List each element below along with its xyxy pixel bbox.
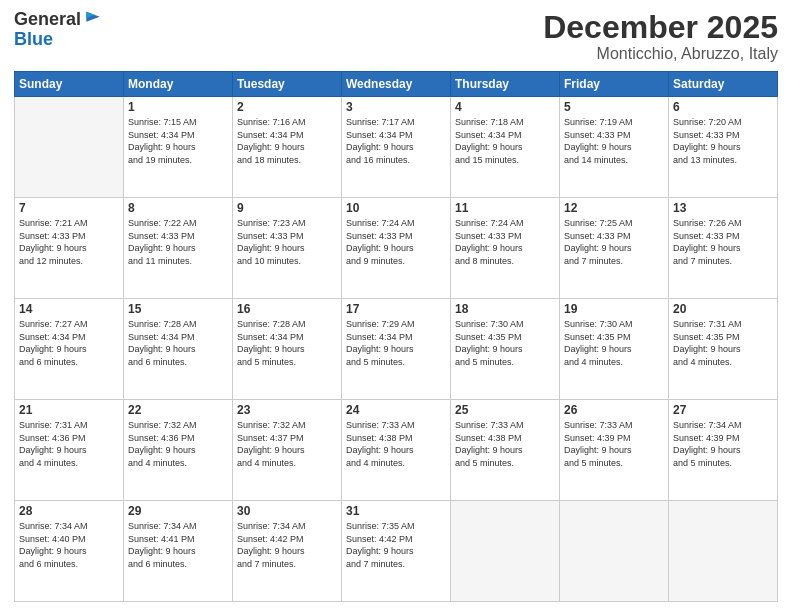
calendar-cell: 4Sunrise: 7:18 AM Sunset: 4:34 PM Daylig… bbox=[451, 97, 560, 198]
header-friday: Friday bbox=[560, 72, 669, 97]
day-number: 4 bbox=[455, 100, 555, 114]
calendar-cell: 20Sunrise: 7:31 AM Sunset: 4:35 PM Dayli… bbox=[669, 299, 778, 400]
logo-general-text: General bbox=[14, 10, 81, 30]
calendar-cell bbox=[451, 501, 560, 602]
logo: General Blue bbox=[14, 10, 103, 50]
day-info: Sunrise: 7:35 AM Sunset: 4:42 PM Dayligh… bbox=[346, 520, 446, 570]
calendar-cell: 16Sunrise: 7:28 AM Sunset: 4:34 PM Dayli… bbox=[233, 299, 342, 400]
calendar-cell bbox=[669, 501, 778, 602]
day-number: 30 bbox=[237, 504, 337, 518]
day-info: Sunrise: 7:32 AM Sunset: 4:37 PM Dayligh… bbox=[237, 419, 337, 469]
calendar-cell: 11Sunrise: 7:24 AM Sunset: 4:33 PM Dayli… bbox=[451, 198, 560, 299]
location-title: Monticchio, Abruzzo, Italy bbox=[543, 45, 778, 63]
calendar-cell: 13Sunrise: 7:26 AM Sunset: 4:33 PM Dayli… bbox=[669, 198, 778, 299]
day-number: 15 bbox=[128, 302, 228, 316]
calendar-cell: 31Sunrise: 7:35 AM Sunset: 4:42 PM Dayli… bbox=[342, 501, 451, 602]
day-number: 13 bbox=[673, 201, 773, 215]
calendar-cell: 6Sunrise: 7:20 AM Sunset: 4:33 PM Daylig… bbox=[669, 97, 778, 198]
day-info: Sunrise: 7:26 AM Sunset: 4:33 PM Dayligh… bbox=[673, 217, 773, 267]
calendar-cell: 3Sunrise: 7:17 AM Sunset: 4:34 PM Daylig… bbox=[342, 97, 451, 198]
day-info: Sunrise: 7:22 AM Sunset: 4:33 PM Dayligh… bbox=[128, 217, 228, 267]
week-row-3: 14Sunrise: 7:27 AM Sunset: 4:34 PM Dayli… bbox=[15, 299, 778, 400]
day-info: Sunrise: 7:28 AM Sunset: 4:34 PM Dayligh… bbox=[237, 318, 337, 368]
calendar-cell: 21Sunrise: 7:31 AM Sunset: 4:36 PM Dayli… bbox=[15, 400, 124, 501]
day-number: 18 bbox=[455, 302, 555, 316]
calendar-cell: 27Sunrise: 7:34 AM Sunset: 4:39 PM Dayli… bbox=[669, 400, 778, 501]
calendar-cell: 12Sunrise: 7:25 AM Sunset: 4:33 PM Dayli… bbox=[560, 198, 669, 299]
day-info: Sunrise: 7:24 AM Sunset: 4:33 PM Dayligh… bbox=[346, 217, 446, 267]
day-info: Sunrise: 7:31 AM Sunset: 4:36 PM Dayligh… bbox=[19, 419, 119, 469]
day-info: Sunrise: 7:29 AM Sunset: 4:34 PM Dayligh… bbox=[346, 318, 446, 368]
day-number: 6 bbox=[673, 100, 773, 114]
day-number: 31 bbox=[346, 504, 446, 518]
day-info: Sunrise: 7:25 AM Sunset: 4:33 PM Dayligh… bbox=[564, 217, 664, 267]
calendar-cell: 29Sunrise: 7:34 AM Sunset: 4:41 PM Dayli… bbox=[124, 501, 233, 602]
day-number: 27 bbox=[673, 403, 773, 417]
calendar-cell bbox=[15, 97, 124, 198]
header-thursday: Thursday bbox=[451, 72, 560, 97]
header-tuesday: Tuesday bbox=[233, 72, 342, 97]
calendar-cell: 19Sunrise: 7:30 AM Sunset: 4:35 PM Dayli… bbox=[560, 299, 669, 400]
day-info: Sunrise: 7:18 AM Sunset: 4:34 PM Dayligh… bbox=[455, 116, 555, 166]
day-number: 14 bbox=[19, 302, 119, 316]
calendar-cell: 15Sunrise: 7:28 AM Sunset: 4:34 PM Dayli… bbox=[124, 299, 233, 400]
week-row-2: 7Sunrise: 7:21 AM Sunset: 4:33 PM Daylig… bbox=[15, 198, 778, 299]
calendar-cell: 17Sunrise: 7:29 AM Sunset: 4:34 PM Dayli… bbox=[342, 299, 451, 400]
day-info: Sunrise: 7:31 AM Sunset: 4:35 PM Dayligh… bbox=[673, 318, 773, 368]
day-number: 7 bbox=[19, 201, 119, 215]
day-number: 20 bbox=[673, 302, 773, 316]
logo-flag-icon bbox=[83, 10, 103, 30]
calendar-cell: 9Sunrise: 7:23 AM Sunset: 4:33 PM Daylig… bbox=[233, 198, 342, 299]
day-number: 28 bbox=[19, 504, 119, 518]
day-number: 5 bbox=[564, 100, 664, 114]
day-info: Sunrise: 7:23 AM Sunset: 4:33 PM Dayligh… bbox=[237, 217, 337, 267]
calendar-cell: 2Sunrise: 7:16 AM Sunset: 4:34 PM Daylig… bbox=[233, 97, 342, 198]
calendar-cell: 23Sunrise: 7:32 AM Sunset: 4:37 PM Dayli… bbox=[233, 400, 342, 501]
calendar-cell: 25Sunrise: 7:33 AM Sunset: 4:38 PM Dayli… bbox=[451, 400, 560, 501]
day-number: 2 bbox=[237, 100, 337, 114]
day-info: Sunrise: 7:16 AM Sunset: 4:34 PM Dayligh… bbox=[237, 116, 337, 166]
calendar-table: SundayMondayTuesdayWednesdayThursdayFrid… bbox=[14, 71, 778, 602]
day-info: Sunrise: 7:21 AM Sunset: 4:33 PM Dayligh… bbox=[19, 217, 119, 267]
header-sunday: Sunday bbox=[15, 72, 124, 97]
day-info: Sunrise: 7:33 AM Sunset: 4:38 PM Dayligh… bbox=[346, 419, 446, 469]
day-number: 26 bbox=[564, 403, 664, 417]
day-info: Sunrise: 7:15 AM Sunset: 4:34 PM Dayligh… bbox=[128, 116, 228, 166]
title-section: December 2025 Monticchio, Abruzzo, Italy bbox=[543, 10, 778, 63]
day-info: Sunrise: 7:19 AM Sunset: 4:33 PM Dayligh… bbox=[564, 116, 664, 166]
day-info: Sunrise: 7:34 AM Sunset: 4:42 PM Dayligh… bbox=[237, 520, 337, 570]
calendar-cell: 14Sunrise: 7:27 AM Sunset: 4:34 PM Dayli… bbox=[15, 299, 124, 400]
day-info: Sunrise: 7:33 AM Sunset: 4:38 PM Dayligh… bbox=[455, 419, 555, 469]
calendar-cell: 5Sunrise: 7:19 AM Sunset: 4:33 PM Daylig… bbox=[560, 97, 669, 198]
day-number: 21 bbox=[19, 403, 119, 417]
calendar-cell: 24Sunrise: 7:33 AM Sunset: 4:38 PM Dayli… bbox=[342, 400, 451, 501]
day-number: 17 bbox=[346, 302, 446, 316]
calendar-cell: 22Sunrise: 7:32 AM Sunset: 4:36 PM Dayli… bbox=[124, 400, 233, 501]
day-number: 24 bbox=[346, 403, 446, 417]
logo-blue-text: Blue bbox=[14, 29, 53, 49]
calendar-cell bbox=[560, 501, 669, 602]
day-number: 8 bbox=[128, 201, 228, 215]
day-info: Sunrise: 7:34 AM Sunset: 4:40 PM Dayligh… bbox=[19, 520, 119, 570]
header: General Blue December 2025 Monticchio, A… bbox=[14, 10, 778, 63]
day-info: Sunrise: 7:34 AM Sunset: 4:39 PM Dayligh… bbox=[673, 419, 773, 469]
week-row-4: 21Sunrise: 7:31 AM Sunset: 4:36 PM Dayli… bbox=[15, 400, 778, 501]
calendar-cell: 7Sunrise: 7:21 AM Sunset: 4:33 PM Daylig… bbox=[15, 198, 124, 299]
day-info: Sunrise: 7:20 AM Sunset: 4:33 PM Dayligh… bbox=[673, 116, 773, 166]
day-info: Sunrise: 7:32 AM Sunset: 4:36 PM Dayligh… bbox=[128, 419, 228, 469]
calendar-cell: 1Sunrise: 7:15 AM Sunset: 4:34 PM Daylig… bbox=[124, 97, 233, 198]
day-number: 25 bbox=[455, 403, 555, 417]
day-info: Sunrise: 7:17 AM Sunset: 4:34 PM Dayligh… bbox=[346, 116, 446, 166]
header-saturday: Saturday bbox=[669, 72, 778, 97]
day-number: 29 bbox=[128, 504, 228, 518]
day-number: 12 bbox=[564, 201, 664, 215]
week-row-1: 1Sunrise: 7:15 AM Sunset: 4:34 PM Daylig… bbox=[15, 97, 778, 198]
calendar-cell: 18Sunrise: 7:30 AM Sunset: 4:35 PM Dayli… bbox=[451, 299, 560, 400]
day-info: Sunrise: 7:30 AM Sunset: 4:35 PM Dayligh… bbox=[455, 318, 555, 368]
week-row-5: 28Sunrise: 7:34 AM Sunset: 4:40 PM Dayli… bbox=[15, 501, 778, 602]
day-number: 19 bbox=[564, 302, 664, 316]
day-info: Sunrise: 7:30 AM Sunset: 4:35 PM Dayligh… bbox=[564, 318, 664, 368]
day-number: 10 bbox=[346, 201, 446, 215]
page: General Blue December 2025 Monticchio, A… bbox=[0, 0, 792, 612]
day-number: 11 bbox=[455, 201, 555, 215]
